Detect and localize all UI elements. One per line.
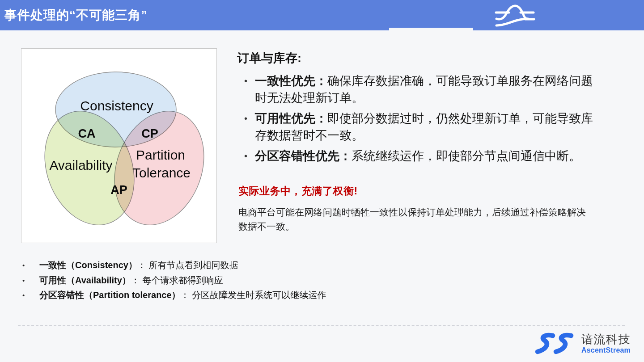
ascentstream-logo-mark [533, 333, 579, 357]
bullet-term: 可用性优先： [255, 112, 327, 125]
header-bar: 事件处理的“不可能三角” [0, 0, 644, 30]
cap-definitions-list: 一致性（Consistency）： 所有节点看到相同数据 可用性（Availab… [18, 258, 326, 303]
tradeoff-note-text: 电商平台可能在网络问题时牺牲一致性以保持订单处理能力，后续通过补偿策略解决数据不… [238, 205, 594, 234]
section-heading: 订单与库存: [237, 50, 613, 66]
cap-venn-diagram: Consistency CA CP Availability Partition… [21, 48, 217, 243]
definition-desc: ： 所有节点看到相同数据 [137, 260, 238, 270]
ca-label: CA [78, 127, 96, 140]
company-name-cn: 谙流科技 [581, 333, 640, 345]
partition-label-line1: Partition [136, 147, 185, 162]
logo-s-shape [556, 335, 571, 352]
company-name-en: AscentStream [581, 346, 640, 354]
definition-desc: ： 分区故障发生时系统可以继续运作 [181, 290, 326, 300]
partition-label-line2: Tolerance [132, 165, 191, 180]
availability-label: Availability [49, 158, 112, 173]
header-placeholder-box [389, 28, 473, 33]
definition-term: 分区容错性（Partition tolerance） [39, 290, 181, 300]
definition-desc: ： 每个请求都得到响应 [131, 275, 223, 285]
list-item: 可用性（Availability）： 每个请求都得到响应 [18, 273, 326, 288]
footer-divider [18, 325, 625, 326]
definition-term: 一致性（Consistency） [39, 260, 137, 270]
bullet-term: 一致性优先： [255, 74, 327, 88]
list-item: 分区容错性（Partition tolerance）： 分区故障发生时系统可以继… [18, 288, 326, 303]
bullet-term: 分区容错性优先： [255, 149, 352, 163]
orders-inventory-section: 订单与库存: 一致性优先：确保库存数据准确，可能导致订单服务在网络问题时无法处理… [237, 50, 613, 168]
definition-term: 可用性（Availability） [39, 275, 131, 285]
logo-s-shape [538, 335, 553, 352]
list-item: 可用性优先：即使部分数据过时，仍然处理新订单，可能导致库存数据暂时不一致。 [237, 110, 604, 144]
cp-label: CP [141, 127, 158, 140]
page-title: 事件处理的“不可能三角” [4, 0, 148, 30]
tradeoff-warning-text: 实际业务中，充满了权衡! [238, 184, 358, 198]
ap-label: AP [110, 183, 127, 197]
company-branding: 谙流科技 AscentStream [581, 333, 640, 354]
list-item: 一致性优先：确保库存数据准确，可能导致订单服务在网络问题时无法处理新订单。 [237, 72, 604, 106]
list-item: 一致性（Consistency）： 所有节点看到相同数据 [18, 258, 326, 273]
bullet-desc: 系统继续运作，即使部分节点间通信中断。 [352, 149, 581, 163]
list-item: 分区容错性优先：系统继续运作，即使部分节点间通信中断。 [237, 147, 604, 164]
ascentstream-wave-icon [493, 3, 536, 29]
tradeoff-bullet-list: 一致性优先：确保库存数据准确，可能导致订单服务在网络问题时无法处理新订单。 可用… [237, 72, 604, 164]
consistency-label: Consistency [80, 98, 153, 113]
